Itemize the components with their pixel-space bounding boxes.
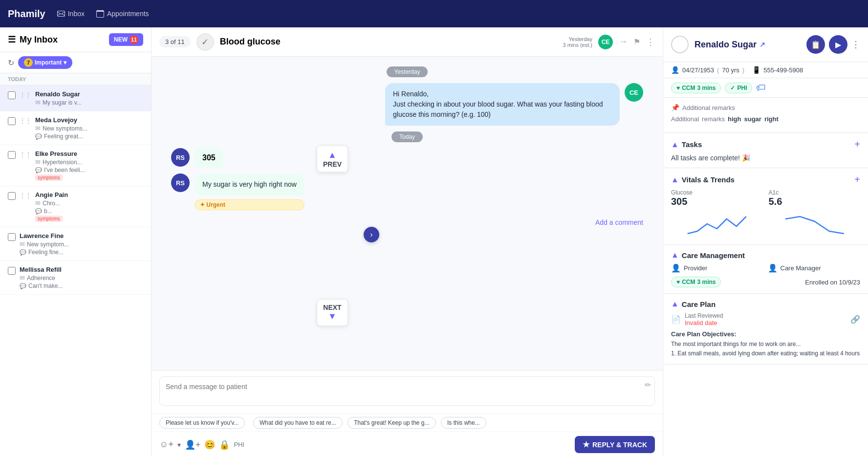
suggestion-chip[interactable]: Is this whe... — [441, 417, 486, 429]
prev-button[interactable]: ▲ PREV — [317, 145, 348, 172]
a1c-chart — [769, 209, 861, 239]
inbox-item[interactable]: Mellissa Refill ✉ Adherence 💬 Can't make… — [0, 261, 151, 295]
remark-word-right: right — [764, 115, 779, 123]
age-separator: ( — [717, 66, 719, 74]
inbox-item-checkbox[interactable] — [8, 192, 16, 200]
document-button[interactable]: 📋 — [806, 35, 825, 54]
care-mgmt-grid: 👤 Provider 👤 Care Manager — [671, 263, 860, 273]
sender-avatar: CE — [598, 35, 613, 49]
more-patient-options[interactable]: ⋮ — [851, 35, 860, 54]
sidebar-header: ☰ My Inbox NEW 11 — [0, 27, 151, 52]
suggestion-chip[interactable]: That's great! Keep up the g... — [347, 417, 435, 429]
inbox-item-content: Meda Lovejoy ✉ New symptoms... 💬 Feeling… — [35, 116, 143, 140]
message-bubble: Hi Renaldo,Just checking in about your b… — [385, 83, 620, 126]
remark-word: Additional — [671, 115, 699, 123]
care-mgmt-header: ▲ Care Management — [671, 251, 860, 260]
inbox-item-checkbox[interactable] — [8, 117, 16, 125]
inbox-item[interactable]: ⋮⋮ Renaldo Sugar ✉ My sugar is v... — [0, 86, 151, 111]
chat-icon: 💬 — [20, 249, 26, 256]
suggestion-chip[interactable]: What did you have to eat re... — [253, 417, 343, 429]
inbox-item-preview: ✉ New symptom... — [20, 240, 143, 248]
patient-tags: ♥ CCM 3 mins ✓ PHI 🏷 — [663, 78, 868, 98]
vitals-add-button[interactable]: + — [854, 174, 860, 185]
vitals-collapse-button[interactable]: ▲ — [671, 175, 679, 184]
reply-track-button[interactable]: ★ REPLY & TRACK — [575, 436, 655, 453]
message-input-wrapper: ✏ — [152, 370, 663, 413]
suggestions-bar: Please let us know if you'v... What did … — [152, 413, 663, 432]
external-link-icon[interactable]: ↗ — [760, 41, 765, 48]
tasks-complete-text: All tasks are complete! 🎉 — [671, 154, 860, 162]
ccm-tag: ♥ CCM 3 mins — [671, 83, 721, 93]
inbox-item-checkbox[interactable] — [8, 151, 16, 159]
check-button[interactable]: ✓ — [196, 33, 214, 51]
remark-word-high: high — [728, 115, 741, 123]
provider-icon: 👤 — [671, 263, 681, 273]
add-comment-row: Add a comment — [171, 216, 643, 229]
inbox-item-checkbox[interactable] — [8, 233, 16, 241]
chat-icon: 💬 — [35, 208, 42, 215]
drag-handle-icon: ⋮⋮ — [20, 91, 31, 98]
remarks-words: Additional remarks high sugar right — [671, 111, 860, 127]
inbox-item[interactable]: ⋮⋮ Meda Lovejoy ✉ New symptoms... 💬 Feel… — [0, 111, 151, 145]
nav-appointments[interactable]: Appointments — [96, 10, 149, 18]
inbox-item[interactable]: Lawrence Fine ✉ New symptom... 💬 Feeling… — [0, 227, 151, 261]
toolbar-dropdown[interactable]: ▾ — [177, 441, 181, 449]
forward-icon[interactable]: → — [619, 37, 628, 47]
chat-input-area: ✏ Please let us know if you'v... What di… — [152, 370, 663, 457]
glucose-line-chart — [671, 209, 763, 239]
inbox-list: ⋮⋮ Renaldo Sugar ✉ My sugar is v... ⋮⋮ M… — [0, 86, 151, 457]
refresh-button[interactable]: ↻ — [8, 58, 14, 67]
filter-important-button[interactable]: 7 Important ▾ — [18, 56, 72, 69]
menu-icon[interactable]: ☰ — [8, 34, 16, 45]
inbox-item[interactable]: ⋮⋮ Angie Pain ✉ Chro... 💬 b... symptoms — [0, 186, 151, 227]
ce-avatar: CE — [625, 83, 643, 102]
rs-avatar-2: RS — [171, 174, 190, 192]
inbox-item-preview: ✉ New symptoms... — [35, 125, 143, 132]
care-plan-link-icon[interactable]: 🔗 — [850, 315, 860, 324]
message-input[interactable] — [159, 376, 655, 406]
glucose-value-bubble: 305 — [195, 148, 223, 168]
tasks-collapse-button[interactable]: ▲ — [671, 140, 679, 149]
flag-icon[interactable]: ⚑ — [633, 37, 640, 46]
inbox-item[interactable]: ⋮⋮ Elke Pressure ✉ Hypertension... 💬 I'v… — [0, 145, 151, 186]
inbox-item-checkbox[interactable] — [8, 267, 16, 275]
lock-icon[interactable]: 🔒 — [219, 439, 230, 450]
inbox-item-name: Lawrence Fine — [20, 232, 143, 239]
tasks-add-button[interactable]: + — [854, 139, 860, 150]
pin-icon: 📌 — [671, 104, 679, 111]
chat-icon: 💬 — [20, 283, 26, 289]
dob-info: 👤 04/27/1953 (70 yrs) — [671, 66, 744, 74]
inbox-item-name: Angie Pain — [35, 191, 143, 198]
more-options-icon[interactable]: ⋮ — [646, 37, 655, 47]
emoji-button[interactable]: 😊 — [204, 439, 215, 450]
sidebar-title: ☰ My Inbox — [8, 34, 58, 45]
add-comment-button[interactable]: Add a comment — [595, 218, 643, 226]
suggestion-chip[interactable]: Please let us know if you'v... — [159, 417, 245, 429]
inbox-item-preview: ✉ Chro... — [35, 199, 143, 207]
next-button[interactable]: NEXT ▼ — [317, 299, 347, 326]
inbox-item-checkbox[interactable] — [8, 91, 16, 99]
send-button[interactable]: ▶ — [829, 35, 847, 54]
inbox-item-chat-preview: 💬 Feeling fine... — [20, 249, 143, 256]
inbox-item-chat-preview: 💬 I've been feeli... — [35, 167, 143, 174]
tag-add-icon[interactable]: 🏷 — [756, 82, 766, 93]
inbox-item-content: Angie Pain ✉ Chro... 💬 b... symptoms — [35, 191, 143, 222]
expand-button[interactable]: › — [364, 227, 379, 242]
remarks-label: 📌 Additional remarks — [671, 104, 860, 111]
care-plan-collapse-button[interactable]: ▲ — [671, 300, 679, 308]
vitals-title: ▲ Vitals & Trends — [671, 175, 735, 184]
email-icon: ✉ — [35, 158, 41, 166]
care-plan-header: ▲ Care Plan — [671, 300, 860, 308]
new-button[interactable]: NEW 11 — [109, 33, 143, 46]
emoji-add-button[interactable]: ☺+ — [159, 439, 174, 450]
remark-word-sugar: sugar — [744, 115, 761, 123]
user-tag-button[interactable]: 👤+ — [185, 439, 201, 450]
edit-icon[interactable]: ✏ — [645, 380, 651, 390]
care-mgmt-collapse-button[interactable]: ▲ — [671, 251, 679, 260]
inbox-item-content: Elke Pressure ✉ Hypertension... 💬 I've b… — [35, 150, 143, 181]
care-manager-info: 👤 Care Manager — [768, 263, 861, 273]
nav-inbox-label: Inbox — [68, 10, 85, 18]
chat-toolbar: ☺+ ▾ 👤+ 😊 🔒 PHI ★ REPLY & TRACK — [152, 432, 663, 457]
nav-inbox[interactable]: Inbox — [57, 10, 85, 18]
patient-avatar — [671, 36, 689, 53]
